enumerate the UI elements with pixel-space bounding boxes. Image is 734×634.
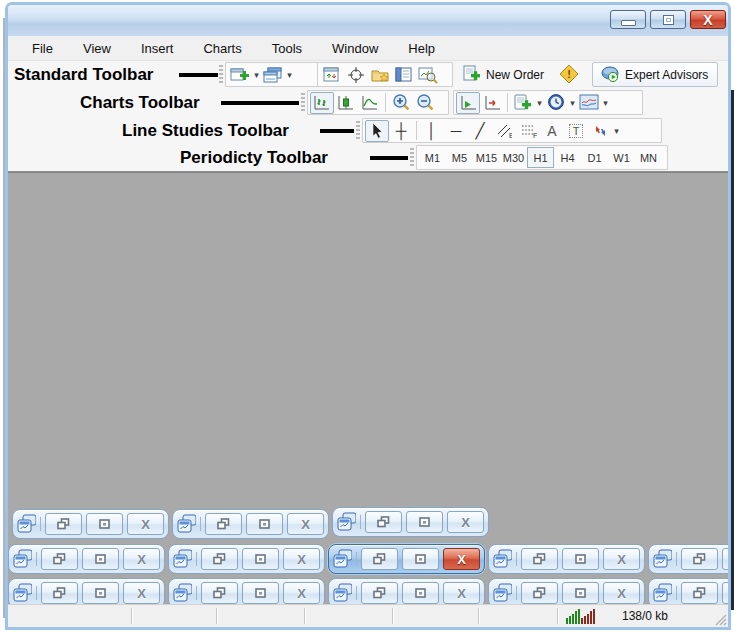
period-mn-button[interactable]: MN	[635, 147, 662, 168]
restore-button[interactable]	[45, 513, 82, 535]
period-m5-button[interactable]: M5	[446, 147, 473, 168]
equidistant-channel-button[interactable]: E	[492, 120, 516, 142]
vertical-line-button[interactable]: │	[420, 120, 444, 142]
restore-button[interactable]	[201, 548, 238, 570]
maximize-button[interactable]	[406, 511, 443, 533]
restore-button[interactable]	[205, 513, 242, 535]
period-w1-button[interactable]: W1	[608, 147, 635, 168]
menu-file[interactable]: File	[18, 39, 67, 58]
maximize-button[interactable]	[242, 548, 279, 570]
indicators-dropdown[interactable]: ▾	[535, 98, 544, 108]
close-button[interactable]: X	[443, 582, 480, 604]
close-button[interactable]: X	[443, 548, 480, 570]
terminal-button[interactable]	[392, 64, 416, 86]
auto-scroll-button[interactable]	[456, 92, 480, 114]
maximize-button[interactable]	[86, 513, 123, 535]
minimized-chart-window[interactable]: X	[488, 544, 645, 574]
period-m15-button[interactable]: M15	[473, 147, 500, 168]
close-button[interactable]: X	[447, 511, 484, 533]
data-window-button[interactable]	[344, 64, 368, 86]
menu-tools[interactable]: Tools	[258, 39, 316, 58]
expert-advisors-toggle[interactable]: Expert Advisors	[592, 62, 718, 87]
restore-button[interactable]	[681, 548, 718, 570]
maximize-button[interactable]	[562, 582, 599, 604]
restore-button[interactable]	[201, 582, 238, 604]
crosshair-button[interactable]: ┼	[389, 120, 413, 142]
period-h1-button[interactable]: H1	[527, 147, 554, 168]
indicators-button[interactable]	[511, 92, 535, 114]
restore-button[interactable]	[361, 548, 398, 570]
new-chart-button[interactable]	[228, 64, 252, 86]
close-button[interactable]: X	[603, 582, 640, 604]
zoom-in-button[interactable]	[389, 92, 413, 114]
menu-insert[interactable]: Insert	[127, 39, 188, 58]
menu-window[interactable]: Window	[318, 39, 392, 58]
minimized-chart-window[interactable]: X	[172, 509, 329, 539]
maximize-button[interactable]	[722, 548, 728, 570]
toolbar-grip[interactable]	[410, 148, 414, 168]
titlebar[interactable]: X	[8, 5, 728, 36]
period-h4-button[interactable]: H4	[554, 147, 581, 168]
new-order-button[interactable]	[460, 63, 484, 85]
mql-community-button[interactable]: !	[557, 63, 581, 85]
restore-button[interactable]	[681, 582, 718, 604]
chart-shift-button[interactable]	[480, 92, 504, 114]
restore-button[interactable]	[41, 548, 78, 570]
minimized-chart-window[interactable]: X	[488, 578, 645, 604]
maximize-button[interactable]	[242, 582, 279, 604]
cursor-button[interactable]	[365, 120, 389, 142]
templates-button[interactable]	[577, 92, 601, 114]
maximize-button[interactable]	[82, 582, 119, 604]
horizontal-line-button[interactable]: ─	[444, 120, 468, 142]
restore-button[interactable]	[521, 582, 558, 604]
minimized-chart-window[interactable]: X	[648, 544, 728, 574]
close-button[interactable]: X	[690, 10, 726, 29]
minimized-chart-window-active[interactable]: X	[328, 544, 485, 574]
profiles-dropdown[interactable]: ▾	[285, 70, 294, 80]
close-button[interactable]: X	[123, 548, 160, 570]
periods-button[interactable]	[544, 92, 568, 114]
market-watch-button[interactable]	[320, 64, 344, 86]
minimized-chart-window[interactable]: X	[8, 578, 165, 604]
maximize-button[interactable]	[82, 548, 119, 570]
zoom-out-button[interactable]	[413, 92, 437, 114]
new-order-label[interactable]: New Order	[486, 68, 544, 82]
menu-charts[interactable]: Charts	[189, 39, 255, 58]
arrows-button[interactable]	[588, 120, 612, 142]
maximize-button[interactable]	[402, 548, 439, 570]
new-chart-dropdown[interactable]: ▾	[252, 70, 261, 80]
period-m1-button[interactable]: M1	[419, 147, 446, 168]
maximize-button[interactable]	[402, 582, 439, 604]
arrows-dropdown[interactable]: ▾	[612, 126, 621, 136]
close-button[interactable]: X	[283, 548, 320, 570]
strategy-tester-button[interactable]	[416, 64, 440, 86]
text-label-button[interactable]: T	[564, 120, 588, 142]
close-button[interactable]: X	[127, 513, 164, 535]
fibonacci-button[interactable]: F	[516, 120, 540, 142]
restore-button[interactable]	[365, 511, 402, 533]
restore-button[interactable]	[41, 582, 78, 604]
close-button[interactable]: X	[283, 582, 320, 604]
profiles-button[interactable]	[261, 64, 285, 86]
minimized-chart-window[interactable]: X	[168, 578, 325, 604]
period-d1-button[interactable]: D1	[581, 147, 608, 168]
trendline-button[interactable]: ╱	[468, 120, 492, 142]
period-m30-button[interactable]: M30	[500, 147, 527, 168]
candlestick-chart-button[interactable]	[334, 92, 358, 114]
minimized-chart-window[interactable]: X	[328, 578, 485, 604]
menu-help[interactable]: Help	[394, 39, 449, 58]
maximize-button[interactable]	[246, 513, 283, 535]
minimized-chart-window[interactable]: X	[8, 544, 165, 574]
minimized-chart-window[interactable]: X	[648, 578, 728, 604]
close-button[interactable]: X	[123, 582, 160, 604]
templates-dropdown[interactable]: ▾	[601, 98, 610, 108]
restore-button[interactable]	[361, 582, 398, 604]
minimized-chart-window[interactable]: X	[168, 544, 325, 574]
close-button[interactable]: X	[287, 513, 324, 535]
navigator-button[interactable]	[368, 64, 392, 86]
restore-button[interactable]	[521, 548, 558, 570]
maximize-button[interactable]	[650, 10, 686, 29]
resize-grip[interactable]	[713, 612, 727, 626]
periods-dropdown[interactable]: ▾	[568, 98, 577, 108]
text-button[interactable]: A	[540, 120, 564, 142]
